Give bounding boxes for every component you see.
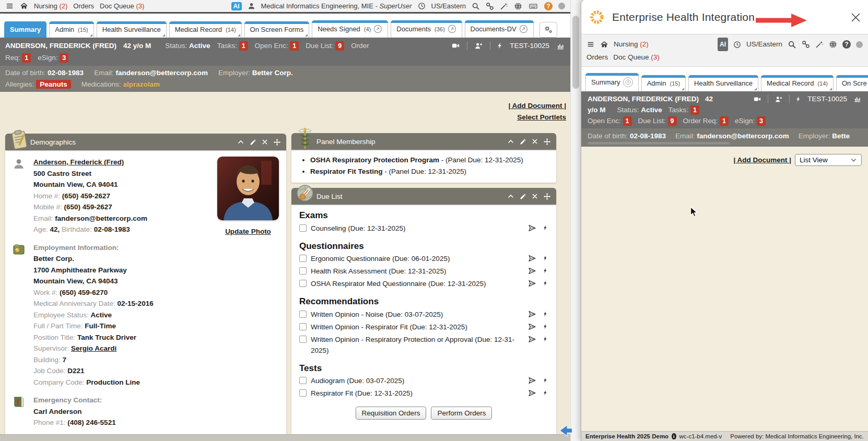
patient-name[interactable]: ANDERSON, FREDERICK (FRED) [5,40,116,52]
link-icon[interactable] [486,2,494,10]
send-order-icon[interactable] [528,323,536,331]
patient-name-link[interactable]: Anderson, Frederick (Fred) [33,158,124,166]
open-enc-count-badge[interactable]: 1 [623,116,632,126]
add-document-link[interactable]: | Add Document | [733,156,791,164]
home-icon[interactable] [600,41,608,49]
move-icon[interactable] [273,138,281,146]
timezone-label[interactable]: US/Eastern [746,38,782,51]
collapse-icon[interactable] [237,139,244,145]
search-icon[interactable] [788,40,796,49]
patient-tasks[interactable]: Tasks: 1 [217,40,248,52]
link-icon[interactable] [802,40,810,49]
due-item-checkbox[interactable] [299,311,307,318]
due-list-count-badge[interactable]: 9 [335,41,344,51]
perform-bolt-icon[interactable] [543,267,548,275]
close-icon[interactable] [532,138,538,145]
menu-icon[interactable] [5,2,14,10]
send-order-icon[interactable] [528,376,536,385]
timezone-label[interactable]: US/Eastern [431,2,466,10]
external-link-icon[interactable] [519,25,528,33]
collapse-icon[interactable] [507,138,514,145]
add-person-icon[interactable] [774,96,783,103]
perform-bolt-icon[interactable] [543,389,548,397]
medication-value[interactable]: alprazolam [123,80,160,88]
due-list-count-badge[interactable]: 9 [668,116,677,126]
patient-order-req[interactable]: Order Req: 1 [683,115,729,126]
globe-icon[interactable] [514,2,522,10]
patient-due-list[interactable]: Due List: 9 [306,40,344,52]
collapse-icon[interactable] [507,193,514,199]
perform-orders-button[interactable]: Perform Orders [431,407,492,420]
nav-orders[interactable]: Orders [587,51,608,64]
bottom-scroll-strip[interactable] [0,434,570,441]
chart-id[interactable]: TEST-10025 [807,93,847,104]
tab-needs-signed[interactable]: Needs Signed(4) [312,20,388,38]
tab-health-surveillance[interactable]: Health Surveillance [97,21,167,38]
demographics-portlet-header[interactable]: Demographics [5,134,286,150]
nav-orders[interactable]: Orders [73,2,94,10]
due-item-checkbox[interactable] [299,389,307,397]
perform-bolt-icon[interactable] [543,279,548,287]
send-order-icon[interactable] [528,224,536,232]
nav-nursing[interactable]: Nursing (2) [34,2,67,10]
due-item-checkbox[interactable] [299,323,307,330]
external-link-icon[interactable] [373,25,382,33]
nav-doc-queue[interactable]: Doc Queue (3) [613,51,660,64]
tab-admin[interactable]: Admin(15) [641,75,686,91]
allergies-field[interactable]: Allergies: Peanuts [5,79,71,90]
perform-bolt-icon[interactable] [543,310,548,318]
tasks-count-badge[interactable]: 1 [239,41,248,51]
nav-nursing[interactable]: Nursing (2) [614,38,649,51]
tab-on-screen-forms[interactable]: On Screen Forms [244,21,310,38]
panel-membership-header[interactable]: Panel Membership [291,133,556,150]
collapse-panel-button[interactable] [558,423,573,438]
due-item-checkbox[interactable] [299,280,307,287]
close-panel-button[interactable] [848,10,863,25]
video-camera-icon[interactable] [753,96,762,103]
quick-action-bolt-icon[interactable] [497,42,503,50]
tab-admin[interactable]: Admin(15) [49,21,93,38]
view-mode-select[interactable]: List View [795,154,862,166]
move-icon[interactable] [543,138,551,146]
due-item-checkbox[interactable] [299,377,307,384]
external-link-icon[interactable] [448,25,456,33]
add-person-icon[interactable] [474,42,484,50]
order-req-count-badge[interactable]: 1 [22,53,31,63]
patient-esign[interactable]: eSign: 3 [735,115,766,126]
tab-medical-record[interactable]: Medical Record(14) [761,75,834,91]
search-icon[interactable] [472,2,480,10]
scrollbar-thumb[interactable] [572,16,579,89]
move-icon[interactable] [543,193,551,200]
supervisor-link[interactable]: Sergio Acardi [71,344,116,352]
esign-count-badge[interactable]: 3 [757,116,766,126]
edit-icon[interactable] [250,139,256,146]
menu-icon[interactable] [587,41,595,48]
info-icon[interactable]: i [672,433,676,439]
external-link-icon[interactable] [623,77,633,87]
patient-esign[interactable]: eSign: 3 [38,52,68,64]
close-icon[interactable] [532,193,538,199]
medications-field[interactable]: Medications: alprazolam [81,79,160,90]
ai-badge[interactable]: AI [718,38,728,51]
home-icon[interactable] [20,2,28,10]
requisition-orders-button[interactable]: Requisition Orders [356,407,427,420]
globe-icon[interactable] [829,40,837,49]
send-order-icon[interactable] [528,279,536,288]
due-list-header[interactable]: Due List [291,188,556,205]
patient-tasks[interactable]: Tasks: 1 [668,104,699,115]
perform-bolt-icon[interactable] [543,254,548,262]
order-req-count-badge[interactable]: 1 [720,116,729,126]
select-portlets-link[interactable]: Select Portlets [517,113,566,121]
tab-health-surveillance[interactable]: Health Surveillance [688,75,758,91]
current-user[interactable]: Medical Informatics Engineering, MIE - S… [261,2,412,10]
patient-open-enc[interactable]: Open Enc: 1 [255,40,299,52]
send-order-icon[interactable] [528,310,536,318]
send-order-icon[interactable] [528,389,536,397]
tasks-count-badge[interactable]: 1 [690,105,699,115]
help-icon[interactable]: ? [842,40,851,49]
quick-action-bolt-icon[interactable] [795,96,802,103]
send-order-icon[interactable] [528,267,536,275]
due-item-checkbox[interactable] [299,255,307,262]
perform-bolt-icon[interactable] [543,376,548,384]
wand-icon[interactable] [500,2,508,10]
